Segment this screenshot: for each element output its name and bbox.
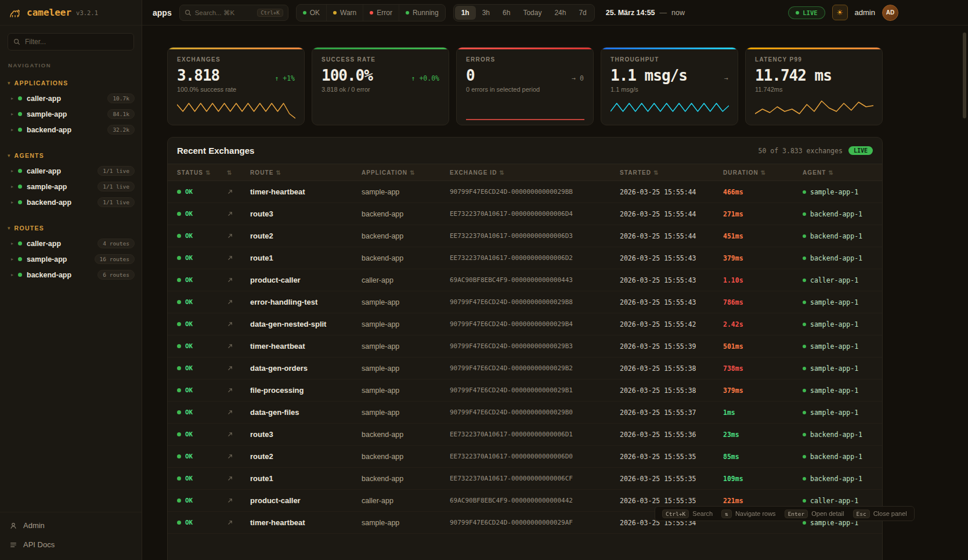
time-range-7d[interactable]: 7d bbox=[572, 6, 593, 20]
sidebar-filter-input[interactable] bbox=[25, 38, 128, 46]
column-header-duration[interactable]: DURATION⇅ bbox=[723, 169, 803, 176]
time-range-3h[interactable]: 3h bbox=[476, 6, 496, 20]
sidebar-item-label: backend-app bbox=[27, 126, 71, 134]
agent-dot-icon bbox=[803, 256, 806, 260]
table-row[interactable]: OKtimer-heartbeatsample-app90799F47E6CD2… bbox=[168, 181, 882, 203]
search-shortcut-kbd: Ctrl+K bbox=[257, 9, 283, 17]
column-header-application[interactable]: APPLICATION⇅ bbox=[362, 169, 450, 176]
sidebar-item-caller-app[interactable]: ▸caller-app10.7k bbox=[0, 91, 142, 106]
stat-accent-bar bbox=[168, 48, 304, 49]
column-header-started[interactable]: STARTED⇅ bbox=[620, 169, 723, 176]
footer-link-admin[interactable]: Admin bbox=[0, 516, 142, 535]
status-dot-icon bbox=[18, 169, 22, 173]
external-link-icon[interactable] bbox=[227, 277, 233, 283]
external-link-icon[interactable] bbox=[227, 233, 233, 239]
avatar[interactable]: AD bbox=[882, 5, 898, 21]
stat-subtext: 0 errors in selected period bbox=[466, 86, 584, 93]
chevron-right-icon: ▸ bbox=[11, 184, 13, 189]
date-range-picker[interactable]: 25. März 14:55 — now bbox=[602, 9, 688, 17]
live-toggle[interactable]: LIVE bbox=[788, 6, 825, 19]
table-row[interactable]: OKroute3backend-appEE7322370A10617-00000… bbox=[168, 203, 882, 225]
agent-label: backend-app-1 bbox=[810, 254, 862, 262]
sort-icon: ⇅ bbox=[761, 169, 766, 176]
shortcut-label: Search bbox=[692, 510, 713, 517]
external-link-icon[interactable] bbox=[227, 475, 233, 482]
external-link-icon[interactable] bbox=[227, 387, 233, 393]
time-range-24h[interactable]: 24h bbox=[548, 6, 572, 20]
time-range-6h[interactable]: 6h bbox=[496, 6, 516, 20]
status-dot-icon bbox=[370, 11, 373, 15]
status-dot-icon bbox=[18, 241, 22, 245]
external-link-icon[interactable] bbox=[227, 519, 233, 526]
status-filter-warn[interactable]: Warn bbox=[327, 5, 363, 21]
table-row[interactable]: OKroute2backend-appEE7322370A10617-00000… bbox=[168, 446, 882, 468]
table-row[interactable]: OKroute1backend-appEE7322370A10617-00000… bbox=[168, 247, 882, 269]
external-link-icon[interactable] bbox=[227, 453, 233, 460]
external-link-icon[interactable] bbox=[227, 343, 233, 349]
section-header-routes[interactable]: ▾ROUTES bbox=[0, 221, 142, 236]
time-range-1h[interactable]: 1h bbox=[455, 6, 476, 20]
sidebar-item-badge: 1/1 live bbox=[97, 182, 135, 192]
status-label: OK bbox=[185, 232, 193, 240]
external-link-icon[interactable] bbox=[227, 409, 233, 416]
stat-trend: → 0 bbox=[572, 74, 584, 82]
status-dot-icon bbox=[406, 11, 409, 15]
ok-dot-icon bbox=[177, 410, 181, 414]
column-header-agent[interactable]: AGENT⇅ bbox=[803, 169, 873, 176]
global-search-input[interactable] bbox=[195, 9, 254, 16]
sidebar-item-badge: 10.7k bbox=[107, 93, 135, 103]
sidebar-item-caller-app[interactable]: ▸caller-app1/1 live bbox=[0, 163, 142, 179]
table-row[interactable]: OKproduct-callercaller-app69AC90BF8EBC4F… bbox=[168, 269, 882, 291]
table-row[interactable]: OKroute1backend-appEE7322370A10617-00000… bbox=[168, 468, 882, 490]
table-row[interactable]: OKtimer-heartbeatsample-app90799F47E6CD2… bbox=[168, 335, 882, 357]
column-header-status[interactable]: STATUS⇅ bbox=[177, 169, 227, 176]
status-filter-ok[interactable]: OK bbox=[297, 5, 327, 21]
sidebar-item-badge: 84.1k bbox=[107, 109, 135, 119]
stat-card-exchanges: EXCHANGES3.818↑ +1%100.0% success rate bbox=[167, 47, 305, 125]
vertical-scrollbar[interactable] bbox=[963, 32, 966, 118]
external-link-icon[interactable] bbox=[227, 255, 233, 261]
external-link-icon[interactable] bbox=[227, 299, 233, 305]
sidebar-item-backend-app[interactable]: ▸backend-app32.2k bbox=[0, 122, 142, 138]
sidebar-item-caller-app[interactable]: ▸caller-app4 routes bbox=[0, 236, 142, 251]
external-link-icon[interactable] bbox=[227, 365, 233, 371]
table-row[interactable]: OKdata-gen-nested-splitsample-app90799F4… bbox=[168, 313, 882, 335]
sidebar-item-sample-app[interactable]: ▸sample-app84.1k bbox=[0, 106, 142, 122]
status-dot-icon bbox=[18, 257, 22, 261]
table-row[interactable]: OKfile-processingsample-app90799F47E6CD2… bbox=[168, 380, 882, 402]
table-row[interactable]: OKroute2backend-appEE7322370A10617-00000… bbox=[168, 225, 882, 247]
external-link-icon[interactable] bbox=[227, 189, 233, 195]
column-header-link[interactable]: ⇅ bbox=[227, 169, 250, 176]
sidebar-item-backend-app[interactable]: ▸backend-app1/1 live bbox=[0, 194, 142, 210]
sidebar-item-sample-app[interactable]: ▸sample-app1/1 live bbox=[0, 179, 142, 194]
external-link-icon[interactable] bbox=[227, 497, 233, 504]
section-header-agents[interactable]: ▾AGENTS bbox=[0, 148, 142, 163]
table-row[interactable]: OKerror-handling-testsample-app90799F47E… bbox=[168, 291, 882, 313]
exchange-id-cell: 90799F47E6CD24D-00000000000029BB bbox=[450, 188, 620, 196]
status-dot-icon bbox=[18, 128, 22, 132]
external-link-icon[interactable] bbox=[227, 431, 233, 438]
table-row[interactable]: OKdata-gen-filessample-app90799F47E6CD24… bbox=[168, 402, 882, 424]
column-header-route[interactable]: ROUTE⇅ bbox=[250, 169, 362, 176]
column-header-label: EXCHANGE ID bbox=[450, 169, 497, 176]
column-header-exchange-id[interactable]: EXCHANGE ID⇅ bbox=[450, 169, 620, 176]
section-header-applications[interactable]: ▾APPLICATIONS bbox=[0, 75, 142, 91]
date-range-separator: — bbox=[660, 9, 667, 17]
time-range-today[interactable]: Today bbox=[516, 6, 548, 20]
table-row[interactable]: OKroute3backend-appEE7322370A10617-00000… bbox=[168, 424, 882, 446]
ok-dot-icon bbox=[177, 476, 181, 480]
footer-link-api-docs[interactable]: API Docs bbox=[0, 535, 142, 554]
external-link-icon[interactable] bbox=[227, 211, 233, 217]
external-link-icon[interactable] bbox=[227, 321, 233, 327]
agent-cell: sample-app-1 bbox=[803, 364, 873, 373]
sidebar-filter[interactable] bbox=[8, 33, 134, 50]
sidebar-item-backend-app[interactable]: ▸backend-app6 routes bbox=[0, 267, 142, 283]
table-row[interactable]: OKdata-gen-orderssample-app90799F47E6CD2… bbox=[168, 357, 882, 380]
global-search[interactable]: Ctrl+K bbox=[179, 5, 288, 21]
agent-cell: sample-app-1 bbox=[803, 386, 873, 395]
status-filter-error[interactable]: Error bbox=[363, 5, 399, 21]
status-filter-running[interactable]: Running bbox=[399, 5, 445, 21]
theme-toggle-button[interactable]: ☀ bbox=[832, 5, 848, 20]
sidebar-item-sample-app[interactable]: ▸sample-app16 routes bbox=[0, 251, 142, 267]
sun-icon: ☀ bbox=[836, 8, 843, 17]
